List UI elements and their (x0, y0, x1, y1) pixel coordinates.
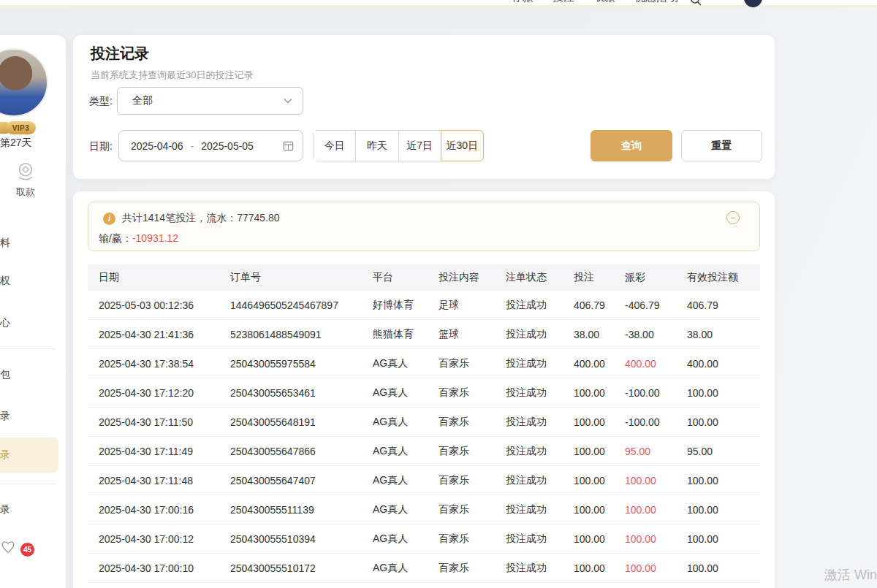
sidebar-menu-item-4[interactable]: 录 (0, 399, 58, 434)
table-cell: 足球 (438, 299, 506, 312)
table-cell: 406.79 (687, 299, 760, 311)
table-cell: AG真人 (373, 357, 438, 370)
quick-range-button-0[interactable]: 今日 (314, 131, 356, 161)
date-from-value: 2025-04-06 (131, 140, 183, 152)
query-button[interactable]: 查询 (591, 130, 672, 161)
withdraw-label: 取款 (4, 186, 47, 199)
table-cell: 100.00 (625, 475, 687, 486)
table-row: 2025-04-30 17:11:49250430055647866AG真人百家… (88, 437, 760, 466)
table-cell: -38.00 (625, 329, 687, 340)
table-header-cell: 注单状态 (506, 271, 574, 284)
winloss-value: -10931.12 (132, 232, 178, 244)
top-navigation-bar: 存款投注取款优惠活动 (0, 0, 877, 7)
table-cell: 100.00 (574, 475, 625, 486)
sidebar: VIP3 第27天 取款 料权心包录录录 45 (0, 35, 66, 588)
table-cell: 250430055647407 (230, 475, 373, 486)
table-cell: 投注成功 (506, 532, 574, 546)
table-cell: 百家乐 (438, 416, 506, 429)
sidebar-menu-item-1[interactable]: 权 (0, 264, 58, 299)
table-cell: 百家乐 (438, 357, 506, 370)
table-header-cell: 派彩 (625, 271, 687, 284)
table-cell: 250430055510172 (230, 562, 373, 574)
sidebar-menu-item-6[interactable]: 录 (0, 492, 58, 527)
date-range-input[interactable]: 2025-04-06 - 2025-05-05 (118, 130, 303, 161)
search-icon[interactable] (690, 0, 702, 6)
table-header: 日期订单号平台投注内容注单状态投注派彩有效投注额 (88, 264, 760, 291)
table-cell: 400.00 (625, 358, 687, 370)
topnav-item-0[interactable]: 存款 (512, 0, 534, 4)
reset-button[interactable]: 重置 (681, 130, 762, 161)
table-cell: 投注成功 (506, 416, 574, 429)
filter-panel: 投注记录 当前系统支持查询最近30日的投注记录 类型: 全部 日期: 2025-… (73, 35, 775, 179)
table-cell: -406.79 (625, 299, 687, 311)
summary-text: 共计1414笔投注，流水：77745.80 (122, 212, 280, 225)
table-cell: 投注成功 (506, 328, 574, 341)
table-cell: 5238061488549091 (230, 329, 373, 340)
table-cell: 250430055510394 (230, 533, 373, 545)
table-cell: 100.00 (574, 446, 625, 457)
table-cell: 好博体育 (373, 299, 438, 312)
table-cell: 100.00 (687, 562, 760, 574)
topnav-item-1[interactable]: 投注 (553, 0, 574, 4)
withdraw-icon (4, 161, 47, 183)
sidebar-menu-item-0[interactable]: 料 (0, 226, 58, 261)
sidebar-menu-item-3[interactable]: 包 (0, 357, 58, 392)
table-cell: 250430055653461 (230, 387, 373, 399)
table-cell: 38.00 (687, 329, 760, 340)
type-select[interactable]: 全部 (117, 87, 303, 115)
message-count-badge: 45 (20, 543, 34, 557)
info-icon: i (103, 213, 115, 225)
table-cell: 百家乐 (438, 386, 506, 400)
table-header-cell: 投注内容 (438, 271, 506, 284)
table-cell: 100.00 (687, 387, 760, 399)
sidebar-menu-item-5[interactable]: 录 (0, 438, 58, 473)
table-row: 2025-04-30 17:00:12250430055510394AG真人百家… (88, 524, 760, 554)
table-cell: 2025-04-30 17:38:54 (99, 358, 230, 370)
table-cell: 250430055975584 (230, 358, 373, 370)
table-cell: 2025-04-30 17:11:49 (99, 446, 230, 457)
table-row: 2025-05-03 00:12:361446496505245467897好博… (88, 291, 760, 320)
user-avatar (0, 48, 48, 117)
table-cell: 95.00 (625, 446, 687, 457)
table-cell: AG真人 (373, 503, 438, 516)
table-cell: 100.00 (625, 504, 687, 516)
collapse-minus-icon[interactable]: − (726, 211, 740, 224)
topnav-item-2[interactable]: 取款 (593, 0, 615, 4)
page-title: 投注记录 (91, 44, 149, 64)
table-cell: 2025-04-30 17:11:50 (99, 416, 230, 428)
table-cell: 2025-04-30 17:00:12 (99, 533, 230, 545)
quick-range-button-1[interactable]: 昨天 (356, 131, 398, 161)
table-cell: -100.00 (625, 387, 687, 399)
table-cell: 250430055648191 (230, 416, 373, 428)
table-cell: 2025-05-03 00:12:36 (99, 299, 230, 311)
topnav-item-3[interactable]: 优惠活动 (634, 0, 678, 4)
table-cell: 篮球 (438, 328, 506, 341)
table-cell: AG真人 (373, 532, 438, 546)
quick-range-button-2[interactable]: 近7日 (399, 131, 441, 161)
table-cell: 2025-04-30 17:00:16 (99, 504, 230, 516)
heart-hands-icon[interactable] (0, 539, 16, 555)
table-cell: AG真人 (373, 386, 438, 400)
table-cell: 2025-04-30 17:12:20 (99, 387, 230, 399)
table-row: 2025-04-30 17:38:54250430055975584AG真人百家… (88, 349, 760, 378)
user-avatar-small[interactable] (744, 0, 762, 7)
table-row: 2025-04-30 17:12:20250430055653461AG真人百家… (88, 378, 760, 408)
table-header-cell: 有效投注额 (687, 271, 760, 284)
table-cell: 250430055511139 (230, 504, 373, 516)
table-header-cell: 平台 (373, 271, 438, 284)
quick-range-button-3[interactable]: 近30日 (441, 130, 484, 161)
table-cell: 100.00 (574, 533, 625, 545)
date-to-value: 2025-05-05 (201, 140, 277, 152)
sidebar-menu-item-2[interactable]: 心 (0, 305, 58, 340)
table-cell: AG真人 (373, 416, 438, 429)
page-subtitle: 当前系统支持查询最近30日的投注记录 (91, 69, 253, 82)
table-row: 2025-04-30 21:41:365238061488549091熊猫体育篮… (88, 320, 760, 349)
calendar-icon (283, 140, 294, 151)
vip-badge: VIP3 (6, 121, 36, 134)
type-label: 类型: (89, 95, 113, 108)
table-cell: 百家乐 (438, 562, 506, 575)
summary-banner: i 共计1414笔投注，流水：77745.80 输/赢：-10931.12 − (88, 202, 760, 251)
withdraw-shortcut[interactable]: 取款 (4, 161, 47, 199)
date-separator: - (189, 140, 196, 152)
table-cell: AG真人 (373, 445, 438, 458)
